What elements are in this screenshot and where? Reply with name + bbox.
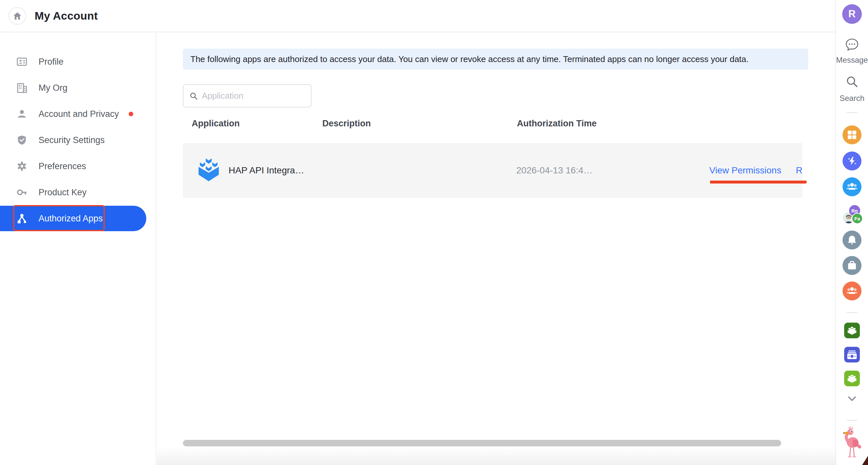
bottom-fade <box>157 447 835 465</box>
column-header-authorization-time: Authorization Time <box>517 119 597 129</box>
sidebar-item-my-org[interactable]: My Org <box>0 75 156 101</box>
horizontal-scrollbar-thumb[interactable] <box>183 440 781 446</box>
lightning-icon[interactable] <box>842 152 862 170</box>
lego-brick-icon[interactable] <box>844 371 860 386</box>
banknote-icon[interactable] <box>844 347 860 363</box>
app-dock: R Message Search Ro Fa <box>835 0 868 465</box>
notification-dot <box>129 112 133 116</box>
authorization-time: 2026-04-13 16:4… <box>516 143 593 198</box>
account-settings-sidebar: Profile My Org Account and Privacy Secur… <box>0 33 156 465</box>
hap-app-logo-icon <box>194 143 223 198</box>
person-icon <box>16 108 28 120</box>
column-header-application: Application <box>192 119 240 129</box>
page-title: My Account <box>35 9 98 22</box>
table-row: HAP API Integra… 2026-04-13 16:4… View P… <box>183 143 802 198</box>
dock-divider <box>847 420 857 421</box>
dock-divider <box>847 112 857 113</box>
contacts-people-icon[interactable] <box>842 177 862 196</box>
dock-label-search[interactable]: Search <box>836 94 868 103</box>
sidebar-item-profile[interactable]: Profile <box>0 49 156 75</box>
home-button[interactable] <box>8 7 26 25</box>
building-icon <box>16 82 28 94</box>
sidebar-item-label: Product Key <box>38 187 87 197</box>
revoke-link[interactable]: Revoke <box>796 143 802 198</box>
search-icon[interactable] <box>845 75 859 89</box>
dock-label-message[interactable]: Message <box>836 56 868 65</box>
people-icon[interactable] <box>842 281 862 301</box>
search-icon <box>189 92 198 100</box>
user-avatar[interactable]: R <box>842 4 862 24</box>
sidebar-item-product-key[interactable]: Product Key <box>0 179 156 206</box>
corner-shape <box>862 456 868 465</box>
sidebar-item-security-settings[interactable]: Security Settings <box>0 127 156 153</box>
profile-card-icon <box>16 56 28 68</box>
sidebar-item-label: Preferences <box>38 161 86 172</box>
chevron-down-icon[interactable] <box>846 393 858 405</box>
authorized-apps-panel: The following apps are authorized to acc… <box>157 33 835 465</box>
connected-apps-icon <box>16 213 28 224</box>
workplace-grid-icon[interactable] <box>842 125 862 144</box>
column-header-description: Description <box>322 119 371 129</box>
application-search-box <box>183 84 312 107</box>
sidebar-item-account-and-privacy[interactable]: Account and Privacy <box>0 101 156 127</box>
notice-banner-text: The following apps are authorized to acc… <box>190 54 748 64</box>
sidebar-item-label: Security Settings <box>38 135 105 145</box>
view-permissions-link[interactable]: View Permissions <box>709 143 781 198</box>
briefcase-icon[interactable] <box>842 256 862 275</box>
sidebar-item-authorized-apps[interactable]: Authorized Apps <box>0 206 146 231</box>
sidebar-item-label: Account and Privacy <box>38 109 119 119</box>
home-icon <box>13 11 22 21</box>
bell-icon[interactable] <box>842 230 862 249</box>
sidebar-item-label: Profile <box>38 57 64 67</box>
lego-brick-icon[interactable] <box>844 322 860 338</box>
dock-divider <box>847 312 857 313</box>
sidebar-item-label: My Org <box>38 83 68 93</box>
shield-icon <box>16 134 28 146</box>
group-avatar-cluster[interactable]: Ro Fa <box>842 205 862 223</box>
search-input[interactable] <box>202 91 300 101</box>
sidebar-item-label: Authorized Apps <box>38 214 103 224</box>
sidebar-item-preferences[interactable]: Preferences <box>0 153 156 179</box>
chat-bubble-icon[interactable] <box>845 37 859 52</box>
notice-banner: The following apps are authorized to acc… <box>183 49 808 69</box>
member-badge-fa: Fa <box>852 213 863 224</box>
table-header-row: Application Description Authorization Ti… <box>157 119 835 132</box>
gear-icon <box>16 160 28 172</box>
top-header: My Account <box>0 0 835 32</box>
key-icon <box>16 186 28 198</box>
application-name: HAP API Integra… <box>228 143 304 198</box>
flamingo-pet[interactable] <box>841 426 863 460</box>
